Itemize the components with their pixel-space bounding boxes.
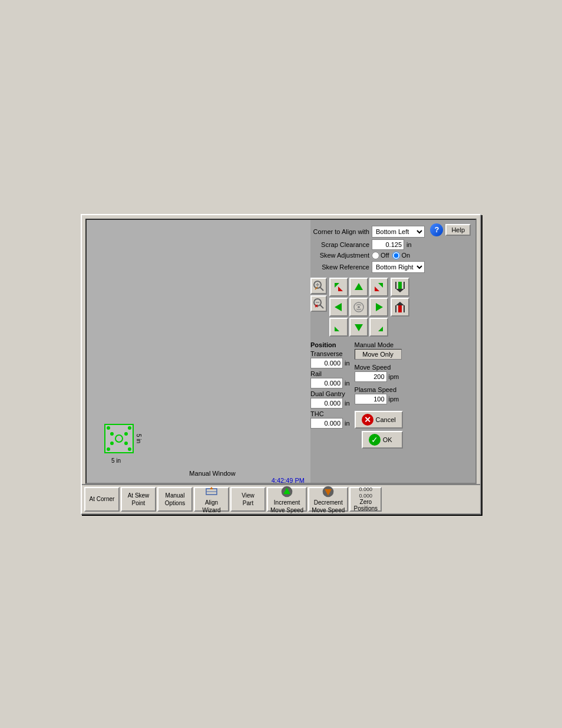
rail-input[interactable] [310,378,343,388]
svg-marker-15 [335,303,342,311]
move-speed-input[interactable] [355,371,387,382]
increment-svg [280,484,293,499]
move-speed-label: Move Speed [355,364,403,371]
plasma-speed-label: Plasma Speed [355,386,403,393]
dual-gantry-input[interactable] [310,398,343,409]
increment-icon [280,485,293,498]
dir-ul-button[interactable] [329,278,348,297]
at-skew-label1: At Skew [128,492,150,499]
scrap-input[interactable] [372,239,404,250]
decrement-label2: Move Speed [312,507,345,513]
align-wizard-label1: Align [205,499,218,506]
manual-mode-group: Manual Mode Move Only [355,341,403,360]
svg-marker-11 [338,286,343,291]
zoom-in-button[interactable] [310,278,327,294]
skew-on-radio[interactable] [392,252,400,259]
decrement-move-speed-button[interactable]: Decrement Move Speed [308,487,348,512]
ok-button[interactable]: ✓ OK [362,431,403,449]
svg-rect-26 [398,305,402,312]
rail-down-button[interactable] [391,298,409,317]
main-window: 5 in 5 in Manual Window 4:42:49 PM ? Hel… [81,214,481,515]
view-part-label1: View [242,492,254,499]
help-area: ? Help [430,223,471,236]
align-wizard-svg [205,485,218,498]
manual-opts-label1: Manual [166,492,185,499]
thc-unit: in [345,420,350,427]
help-button[interactable]: Help [445,224,471,236]
dir-dl-button[interactable] [329,318,348,337]
move-speed-row: ipm [355,371,403,382]
zoom-col [310,278,327,312]
skew-on-label[interactable]: On [392,252,410,259]
dir-down-icon [353,322,364,332]
svg-line-1 [320,287,324,291]
scrap-unit: in [406,241,412,248]
skew-ref-label: Skew Reference [310,263,369,271]
zero-display: 0.0000.000 [359,486,373,499]
dir-ur-button[interactable] [369,278,388,297]
skew-ref-select[interactable]: Bottom Right Bottom Left Top Left Top Ri… [372,261,425,273]
skew-off-label[interactable]: Off [372,252,389,259]
action-btns: ✕ Cancel ✓ OK [355,411,403,449]
cancel-button[interactable]: ✕ Cancel [355,411,403,429]
svg-marker-18 [376,303,383,311]
corner-select[interactable]: Bottom Left Bottom Right Top Left Top Ri… [372,226,425,238]
decrement-icon [322,485,335,498]
manual-options-button[interactable]: Manual Options [157,487,193,512]
dir-up-button[interactable] [349,278,368,297]
rail-up-icon [394,281,406,294]
dual-gantry-label: Dual Gantry [310,390,350,397]
rail-down-icon [394,301,406,314]
right-panel: ? Help Corner to Align with Bottom Left … [310,220,475,483]
part-preview: 5 in [104,424,134,453]
dot-inner3 [110,442,114,445]
at-skew-point-button[interactable]: At Skew Point [121,487,156,512]
dir-center-icon [352,301,365,314]
manual-mode-display: Move Only [355,349,402,360]
pos-right: Manual Mode Move Only Move Speed ipm Pla… [355,341,403,449]
dir-dl-icon [333,322,344,332]
svg-marker-12 [355,283,363,290]
thc-input[interactable] [310,418,343,429]
at-skew-label2: Point [132,500,146,506]
zoom-out-icon [312,297,325,310]
cancel-label: Cancel [376,416,396,423]
dir-left-button[interactable] [329,298,348,317]
position-title: Position [310,341,350,348]
plasma-speed-group: Plasma Speed ipm [355,386,403,404]
align-wizard-button[interactable]: Align Wizard [194,487,229,512]
cancel-icon: ✕ [362,414,373,426]
zoom-out-button[interactable] [310,295,327,312]
dir-center-button[interactable] [349,298,368,317]
dim-label-right: 5 in [135,433,141,443]
view-part-button[interactable]: View Part [230,487,266,512]
svg-marker-23 [396,289,404,292]
svg-marker-32 [210,487,213,489]
increment-move-speed-button[interactable]: Increment Move Speed [267,487,307,512]
zoom-in-icon [312,279,325,292]
thc-group: THC in [310,410,350,429]
align-wizard-icon [205,485,218,498]
transverse-input[interactable] [310,358,343,368]
plasma-speed-input[interactable] [355,394,387,404]
svg-marker-21 [378,327,383,331]
dual-gantry-unit: in [345,400,350,407]
time-label: 4:42:49 PM [272,477,305,484]
zero-positions-button[interactable]: 0.0000.000 Zero Positions [349,487,382,512]
dual-gantry-row: in [310,398,350,409]
part-dots [105,425,133,452]
at-corner-button[interactable]: At Corner [84,487,120,512]
dir-down-button[interactable] [349,318,368,337]
transverse-row: in [310,358,350,368]
dir-left-icon [333,302,344,312]
thc-label: THC [310,410,350,417]
dir-dr-button[interactable] [369,318,388,337]
skew-off-radio[interactable] [372,252,379,259]
rail-up-button[interactable] [391,278,409,297]
rail-label: Rail [310,370,350,377]
dir-right-button[interactable] [369,298,388,317]
svg-marker-19 [335,327,339,331]
dir-grid [329,278,388,337]
help-icon[interactable]: ? [430,223,443,236]
dot-inner4 [124,442,128,445]
